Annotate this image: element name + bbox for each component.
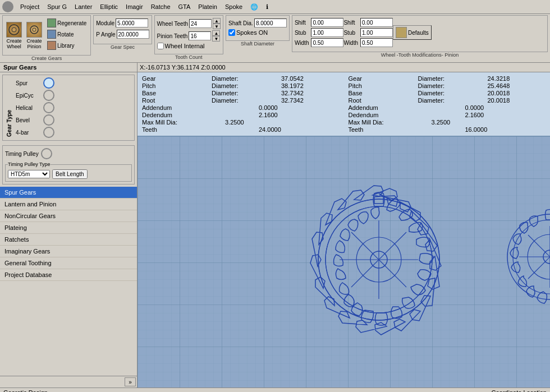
sidebar-item-imaginary[interactable]: Imaginary Gears — [0, 246, 137, 257]
pinion-teeth-up[interactable]: ▲ — [212, 30, 220, 36]
defaults-button[interactable]: Defaults — [393, 25, 432, 40]
module-label: Module — [96, 20, 114, 26]
menu-gta[interactable]: GTA — [175, 2, 194, 11]
library-button[interactable]: Library — [45, 40, 88, 50]
rotate-button[interactable]: Rotate — [45, 29, 88, 39]
menubar: Project Spur G Lanter Elliptic Imagir Ra… — [0, 0, 550, 14]
timing-type-legend: Timing Pulley Type — [8, 162, 51, 167]
info-left: Gear Diameter: 37.0542 Pitch Diameter: 3… — [138, 72, 344, 136]
spur-radio[interactable] — [43, 77, 54, 89]
shift2-label: Shift — [343, 20, 358, 26]
sidebar-title: Spur Gears — [0, 63, 137, 72]
sidebar: Spur Gears Gear Type Spur EpiCyc Helical — [0, 63, 138, 388]
defaults-icon — [396, 27, 407, 38]
timing-type-select[interactable]: HTD5m HTD3m GT2 T5 — [8, 170, 50, 178]
right-teeth-val: 16.0000 — [465, 126, 488, 133]
left-maxmill-val: 3.2500 — [225, 119, 244, 126]
menu-platein[interactable]: Platein — [195, 2, 221, 11]
width1-label: Width — [295, 40, 309, 46]
menu-lanter[interactable]: Lanter — [71, 2, 95, 11]
stub2-input[interactable] — [360, 28, 393, 37]
sidebar-item-ratchets[interactable]: Ratchets — [0, 234, 137, 246]
stub2-label: Stub — [343, 30, 358, 36]
pinion-teeth-label: Pinion Teeth — [157, 33, 188, 39]
left-root-val: 32.7342 — [281, 97, 304, 104]
width2-label: Width — [343, 40, 358, 46]
width1-input[interactable] — [311, 38, 343, 47]
sidebar-item-spur-gears[interactable]: Spur Gears — [0, 187, 137, 199]
sidebar-item-plateing[interactable]: Plateing — [0, 222, 137, 234]
sidebar-item-general[interactable]: General Toothing — [0, 257, 137, 269]
pinion-icon — [26, 22, 42, 38]
right-base-val: 20.0018 — [488, 90, 510, 96]
sidebar-nav: Spur Gears Lantern and Pinion NonCircula… — [0, 187, 137, 281]
epicyc-label: EpiCyc — [16, 93, 41, 99]
sidebar-footer: » — [0, 376, 137, 388]
create-gears-label: Create Gears — [2, 56, 91, 61]
toolbar: Create Wheel Create Pinion Regenerate Ro… — [0, 14, 550, 63]
left-dedendum-val: 2.1600 — [259, 112, 278, 118]
shift1-input[interactable] — [311, 18, 343, 27]
wheel-internal-checkbox[interactable] — [157, 43, 164, 49]
sidebar-item-non-circular[interactable]: NonCircular Gears — [0, 210, 137, 222]
right-diameter-val: 24.3218 — [488, 75, 510, 82]
sidebar-item-project-db[interactable]: Project Database — [0, 269, 137, 281]
create-wheel-button[interactable]: Create Wheel — [5, 21, 23, 50]
belt-length-button[interactable]: Belt Length — [52, 169, 88, 179]
menu-spur[interactable]: Spur G — [44, 2, 70, 11]
pinion-teeth-input[interactable] — [189, 31, 211, 40]
help-icon[interactable]: 🌐 — [247, 2, 262, 12]
expand-button[interactable]: » — [125, 377, 136, 386]
gear-canvas[interactable] — [138, 136, 550, 388]
left-base-val: 32.7342 — [281, 90, 304, 96]
menu-spoke[interactable]: Spoke — [222, 2, 246, 11]
regenerate-icon — [47, 19, 56, 27]
spokes-on-checkbox[interactable] — [228, 29, 235, 36]
right-root-val: 20.0018 — [488, 97, 510, 104]
shift2-input[interactable] — [360, 18, 393, 27]
4bar-radio[interactable] — [43, 127, 54, 138]
grid-svg — [138, 136, 550, 388]
shaft-dia-input[interactable] — [254, 19, 287, 27]
info-icon[interactable]: ℹ — [263, 2, 272, 12]
stub1-input[interactable] — [311, 28, 343, 37]
wheel-teeth-down[interactable]: ▼ — [213, 24, 221, 29]
stub1-label: Stub — [295, 30, 309, 36]
create-pinion-button[interactable]: Create Pinion — [25, 21, 43, 50]
width2-input[interactable] — [360, 38, 393, 47]
wheel-teeth-input[interactable] — [189, 19, 212, 28]
status-right: Coordinate Location — [492, 389, 547, 392]
helical-label: Helical — [16, 105, 41, 111]
menu-imagir[interactable]: Imagir — [122, 2, 146, 11]
regenerate-button[interactable]: Regenerate — [45, 18, 88, 28]
pangle-input[interactable] — [117, 30, 149, 39]
left-teeth-val: 24.0000 — [259, 126, 281, 133]
wheel-internal-label: Wheel Internal — [165, 43, 205, 49]
tooth-mod-label: Wheel -Tooth Modifications- Pinion — [292, 52, 548, 58]
svg-point-1 — [12, 27, 16, 32]
epicyc-radio[interactable] — [43, 90, 54, 101]
sidebar-item-lantern-pinion[interactable]: Lantern and Pinion — [0, 199, 137, 210]
canvas-area: X:-16.0713 Y:36.1174 Z:0.0000 Gear Diame… — [138, 63, 550, 388]
menu-project[interactable]: Project — [17, 2, 43, 11]
menu-ratche[interactable]: Ratche — [148, 2, 174, 11]
spokes-on-label: Spokes ON — [236, 29, 268, 36]
shaft-diameter-label: Shaft Diameter — [226, 41, 290, 47]
statusbar: Gearotic Design Coordinate Location — [0, 388, 550, 392]
timing-radio[interactable] — [41, 148, 52, 159]
menu-elliptic[interactable]: Elliptic — [97, 2, 121, 11]
pinion-teeth-down[interactable]: ▼ — [212, 36, 220, 41]
svg-rect-5 — [138, 136, 550, 388]
bevel-label: Bevel — [16, 117, 41, 123]
shaft-dia-label: Shaft Dia. — [228, 20, 253, 26]
gear-type-label: Gear Type — [5, 77, 13, 138]
wheel-teeth-up[interactable]: ▲ — [213, 18, 221, 24]
coord-bar: X:-16.0713 Y:36.1174 Z:0.0000 — [138, 63, 550, 72]
4bar-label: 4-bar — [16, 130, 41, 136]
right-pitch-val: 25.4648 — [488, 82, 510, 89]
helical-radio[interactable] — [43, 102, 54, 113]
module-input[interactable] — [116, 19, 148, 27]
right-dedendum-val: 2.1600 — [465, 112, 484, 118]
left-diameter-val: 37.0542 — [281, 75, 304, 82]
bevel-radio[interactable] — [43, 114, 54, 126]
